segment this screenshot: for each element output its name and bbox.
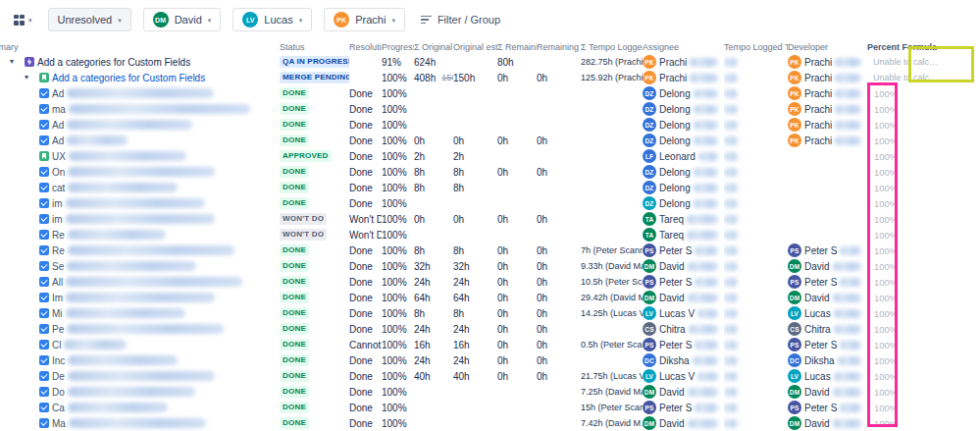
sum-original-estimate-cell: 8h	[414, 180, 453, 195]
column-header-status[interactable]: Status	[280, 39, 349, 54]
column-header-tempo-logged-time[interactable]: Σ Tempo Logged Time	[581, 39, 643, 54]
table-row[interactable]: imWON'T DOWon't Do100%0h0h0h0hTATareq100…	[0, 211, 980, 227]
progress-value: 100%	[382, 120, 407, 131]
issue-summary[interactable]: UX	[52, 151, 66, 162]
issue-summary[interactable]: Ad	[52, 135, 64, 146]
developer-avatar: DC	[788, 353, 801, 367]
column-header-assignee[interactable]: Assignee	[643, 39, 724, 54]
table-row[interactable]: maDONEDone100%DZDelongPKPrachi100%	[0, 101, 980, 117]
table-row[interactable]: ReWON'T DOWon't Do100%TATareq100%	[0, 227, 980, 242]
original-estimate-cell	[453, 117, 497, 133]
issue-summary[interactable]: Inc	[52, 355, 65, 366]
column-header-percent-formula[interactable]: Percent Formula	[867, 39, 980, 54]
column-header-remaining-time[interactable]: Σ Remaining Time	[497, 39, 537, 54]
table-row[interactable]: ReDONEDone100%8h8h0h0h7h (Peter Scanne…P…	[0, 242, 980, 258]
issue-summary[interactable]: ma	[52, 104, 66, 115]
table-row[interactable]: CaDONEDone100%15h (Peter Scann…PSPeter S…	[0, 400, 980, 415]
summary-cell: im	[0, 195, 280, 211]
table-row[interactable]: AdDONEDone100%DZDelongPKPrachi100%	[0, 85, 980, 101]
table-row[interactable]: ▾Add a categories for Custom FieldsMERGE…	[0, 70, 980, 85]
sum-tempo-logged-cell	[581, 148, 643, 164]
issue-summary[interactable]: Re	[52, 230, 65, 241]
issue-summary[interactable]: Pe	[52, 324, 64, 335]
assignee-name: Leonard	[659, 151, 696, 162]
issue-summary[interactable]: Do	[52, 387, 65, 398]
sum-original-estimate-cell	[414, 101, 453, 117]
column-header-original-estimate[interactable]: Original estimate	[453, 39, 497, 54]
table-row[interactable]: SeDONEDone100%32h32h0h0h9.33h (David Ma……	[0, 258, 980, 274]
expand-collapse-arrow[interactable]: ▾	[10, 58, 22, 66]
table-row[interactable]: OnDONEDone100%8h8h0h0hDZDelong100%	[0, 164, 980, 180]
original-estimate-value: 40h	[453, 371, 470, 382]
table-row[interactable]: ▾Add a categories for Custom FieldsQA IN…	[0, 54, 980, 70]
table-row[interactable]: MiDONEDone100%8h8h0h0h14.25h (Lucas V…LV…	[0, 305, 980, 321]
issue-summary[interactable]: Ad	[52, 120, 64, 131]
filter-david[interactable]: DMDavid▾	[143, 8, 222, 31]
issue-summary[interactable]: All	[52, 277, 63, 288]
developer-name: Peter S	[804, 340, 837, 350]
tempo-logged-time-cell	[724, 117, 788, 133]
table-row[interactable]: UXAPPROVEDDone100%2h2hLFLeonard100%	[0, 148, 980, 164]
sum-remaining-cell	[497, 384, 537, 400]
redacted-summary	[67, 120, 192, 130]
status-cell: DONE	[280, 352, 349, 368]
sum-tempo-logged-cell: 7.25h (David Ma…	[581, 384, 643, 400]
status-lozenge: APPROVED	[280, 150, 332, 162]
issue-summary[interactable]: Ma	[52, 418, 66, 429]
table-row[interactable]: ImDONEDone100%64h64h0h0h29.42h (David M……	[0, 290, 980, 305]
assignee-name: Peter S	[659, 403, 692, 413]
filter-unresolved[interactable]: Unresolved▾	[48, 8, 131, 31]
assignee-cell: TATareq	[643, 227, 724, 242]
column-header-summary[interactable]: Summary	[0, 39, 280, 54]
sum-original-estimate-cell	[414, 415, 453, 431]
table-row[interactable]: DeDONEDone100%40h40h0h0h21.75h (Lucas Va…	[0, 368, 980, 384]
issue-summary[interactable]: Im	[52, 293, 63, 303]
issue-summary[interactable]: cat	[52, 183, 65, 193]
table-row[interactable]: AllDONEDone100%24h24h0h0h10.5h (Peter Sc…	[0, 274, 980, 290]
column-header-remaining-estimate[interactable]: Remaining Estimate	[537, 39, 581, 54]
sum-remaining-value: 0h	[497, 214, 508, 225]
issue-summary[interactable]: Se	[52, 261, 64, 272]
issue-summary[interactable]: Mi	[52, 308, 63, 319]
issue-summary[interactable]: De	[52, 371, 65, 382]
task-icon	[39, 308, 49, 318]
issue-summary[interactable]: im	[52, 198, 63, 209]
column-header-developer[interactable]: Developer	[788, 39, 867, 54]
issue-summary[interactable]: Add a categories for Custom Fields	[52, 73, 205, 83]
table-row[interactable]: MaDONEDone100%7.42h (David M…DMDavidDMDa…	[0, 415, 980, 431]
issue-summary[interactable]: Re	[52, 245, 65, 256]
issue-summary[interactable]: Ca	[52, 403, 65, 413]
remaining-estimate-cell: 0h	[537, 290, 581, 305]
progress-cell: 100%	[382, 400, 414, 415]
status-lozenge: WON'T DO	[280, 229, 327, 241]
column-header-resolution[interactable]: Resolution	[349, 39, 382, 54]
redacted-text	[833, 419, 861, 428]
redacted-text	[724, 58, 738, 67]
table-row[interactable]: imDONEDone100%DZDelong100%	[0, 195, 980, 211]
expand-collapse-arrow[interactable]: ▾	[25, 74, 36, 81]
assignee-name: Tareq	[659, 230, 684, 241]
percent-formula-value: 100%	[867, 387, 898, 398]
redacted-text	[724, 388, 738, 397]
column-header-tempo-logged-time[interactable]: Tempo Logged Time	[724, 39, 788, 54]
view-switcher-button[interactable]: ▾	[10, 11, 36, 29]
issue-summary[interactable]: Ad	[52, 88, 64, 99]
column-header-progress[interactable]: Progress	[382, 39, 414, 54]
column-header-original-estimate[interactable]: Σ Original estimate	[414, 39, 453, 54]
sum-original-estimate-value: 0h	[414, 135, 425, 146]
table-row[interactable]: DoDONEDone100%7.25h (David Ma…DMDavidDMD…	[0, 384, 980, 400]
table-row[interactable]: catDONEDone100%8h8hDZDelong100%	[0, 180, 980, 195]
issue-summary[interactable]: Add a categories for Custom Fields	[37, 57, 190, 68]
table-row[interactable]: ClDONECannot Reproduce100%16h16h0h0h0.5h…	[0, 337, 980, 352]
issue-summary[interactable]: im	[52, 214, 63, 225]
sum-remaining-value: 0h	[497, 245, 508, 256]
filter-prachi[interactable]: PKPrachi▾	[324, 8, 405, 31]
filter-lucas[interactable]: LVLucas▾	[232, 8, 312, 31]
issue-summary[interactable]: Cl	[52, 340, 61, 350]
table-row[interactable]: PeDONEDone100%24h24h0h0hCSChitraCSChitra…	[0, 321, 980, 337]
table-row[interactable]: AdDONEDone100%0h0h0h0hDZDelongPKPrachi10…	[0, 133, 980, 148]
filter-group-button[interactable]: Filter / Group	[421, 14, 500, 26]
issue-summary[interactable]: On	[52, 167, 65, 178]
table-row[interactable]: AdDONEDone100%DZDelongPKPrachi100%	[0, 117, 980, 133]
table-row[interactable]: IncDONEDone100%24h24h0h0hDCDikshaDCDiksh…	[0, 352, 980, 368]
